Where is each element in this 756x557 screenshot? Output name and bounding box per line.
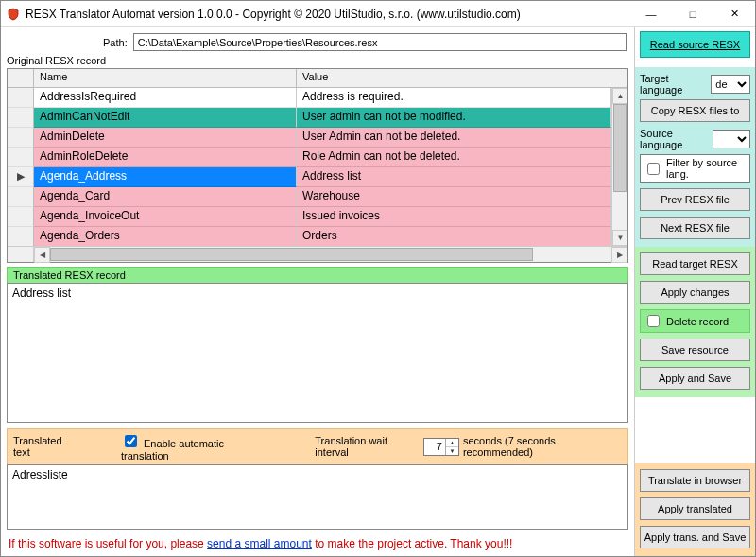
interval-suffix: seconds (7 seconds recommended) bbox=[463, 435, 622, 458]
apply-changes-button[interactable]: Apply changes bbox=[640, 281, 750, 304]
read-source-button[interactable]: Read source RESX bbox=[640, 31, 750, 58]
maximize-button[interactable]: □ bbox=[672, 1, 713, 27]
cell-value[interactable]: Warehouse bbox=[297, 187, 611, 207]
table-row[interactable]: AdminCanNotEditUser admin can not be mod… bbox=[8, 108, 611, 128]
grid-corner bbox=[8, 69, 34, 87]
titlebar: RESX Translator Automat version 1.0.0.0 … bbox=[1, 1, 755, 27]
horizontal-scrollbar[interactable]: ◀ ▶ bbox=[8, 246, 627, 262]
grid: Name Value AddressIsRequiredAddress is r… bbox=[7, 68, 628, 263]
cell-name[interactable]: Agenda_Card bbox=[34, 187, 297, 207]
translated-text-label: Translated text bbox=[13, 435, 79, 458]
interval-label: Translation wait interval bbox=[315, 435, 420, 458]
source-lang-select[interactable] bbox=[713, 130, 750, 148]
cell-name[interactable]: AdminCanNotEdit bbox=[34, 108, 297, 128]
scroll-right-icon[interactable]: ▶ bbox=[611, 247, 627, 263]
table-row[interactable]: AdminDeleteUser Admin can not be deleted… bbox=[8, 128, 611, 148]
apply-trans-save-button[interactable]: Apply trans. and Save bbox=[640, 526, 750, 548]
cell-value[interactable]: Issued invoices bbox=[297, 207, 611, 227]
donate-link[interactable]: send a small amount bbox=[207, 537, 312, 550]
translated-text-box[interactable]: Adressliste bbox=[7, 464, 628, 530]
row-marker bbox=[8, 227, 34, 246]
table-row[interactable]: Agenda_InvoiceOutIssued invoices bbox=[8, 207, 611, 227]
enable-auto-translate[interactable]: Enable automatic translation bbox=[121, 432, 269, 461]
interval-input[interactable] bbox=[424, 439, 445, 455]
cell-name[interactable]: AddressIsRequired bbox=[34, 88, 297, 108]
path-row: Path: bbox=[1, 27, 634, 53]
row-marker bbox=[8, 148, 34, 167]
save-resource-button[interactable]: Save resource bbox=[640, 339, 750, 361]
table-row[interactable]: Agenda_CardWarehouse bbox=[8, 187, 611, 207]
scroll-down-icon[interactable]: ▼ bbox=[612, 230, 627, 246]
footer: If this software is useful for you, plea… bbox=[1, 533, 634, 556]
row-marker bbox=[8, 88, 34, 108]
original-record-label: Original RESX record bbox=[1, 53, 634, 68]
window-title: RESX Translator Automat version 1.0.0.0 … bbox=[26, 8, 630, 21]
delete-record-checkbox[interactable] bbox=[647, 315, 660, 327]
translated-record-label: Translated RESX record bbox=[7, 267, 628, 283]
path-input[interactable] bbox=[133, 33, 627, 51]
enable-auto-checkbox[interactable] bbox=[125, 435, 137, 447]
target-lang-select[interactable]: de bbox=[711, 75, 750, 94]
translate-in-browser-button[interactable]: Translate in browser bbox=[640, 469, 750, 492]
interval-up-icon[interactable]: ▲ bbox=[446, 439, 458, 447]
cell-value[interactable]: Address list bbox=[297, 167, 611, 187]
filter-by-source-lang[interactable]: Filter by source lang. bbox=[640, 154, 750, 183]
row-marker bbox=[8, 128, 34, 148]
path-label: Path: bbox=[9, 37, 128, 48]
col-header-name[interactable]: Name bbox=[34, 69, 297, 87]
source-lang-label: Source language bbox=[640, 128, 709, 150]
grid-header: Name Value bbox=[8, 69, 627, 88]
cell-name[interactable]: Agenda_Address bbox=[34, 167, 297, 187]
row-marker: ▶ bbox=[8, 167, 34, 187]
cell-name[interactable]: AdminDelete bbox=[34, 128, 297, 148]
prev-resx-button[interactable]: Prev RESX file bbox=[640, 188, 750, 211]
target-lang-label: Target language bbox=[640, 73, 707, 96]
minimize-button[interactable]: — bbox=[630, 1, 672, 27]
table-row[interactable]: AdminRoleDeleteRole Admin can not be del… bbox=[8, 148, 611, 167]
filter-checkbox[interactable] bbox=[647, 163, 660, 175]
copy-resx-button[interactable]: Copy RESX files to bbox=[640, 99, 750, 122]
row-marker bbox=[8, 207, 34, 227]
cell-value[interactable]: Address is required. bbox=[297, 88, 611, 108]
cell-name[interactable]: Agenda_InvoiceOut bbox=[34, 207, 297, 227]
cell-value[interactable]: User Admin can not be deleted. bbox=[297, 128, 611, 148]
interval-down-icon[interactable]: ▼ bbox=[446, 447, 458, 455]
translated-record-box[interactable]: Address list bbox=[7, 283, 628, 423]
cell-name[interactable]: Agenda_Orders bbox=[34, 227, 297, 246]
row-marker bbox=[8, 108, 34, 128]
row-marker bbox=[8, 187, 34, 207]
table-row[interactable]: ▶Agenda_AddressAddress list bbox=[8, 167, 611, 187]
app-icon bbox=[7, 8, 20, 21]
hscroll-thumb[interactable] bbox=[50, 248, 533, 261]
vertical-scrollbar[interactable]: ▲ ▼ bbox=[611, 88, 627, 246]
scroll-up-icon[interactable]: ▲ bbox=[612, 88, 627, 104]
delete-record-row[interactable]: Delete record bbox=[640, 309, 750, 333]
cell-value[interactable]: Role Admin can not be deleted. bbox=[297, 148, 611, 167]
next-resx-button[interactable]: Next RESX file bbox=[640, 217, 750, 239]
table-row[interactable]: AddressIsRequiredAddress is required. bbox=[8, 88, 611, 108]
apply-and-save-button[interactable]: Apply and Save bbox=[640, 367, 750, 390]
col-header-value[interactable]: Value bbox=[297, 69, 627, 87]
scroll-thumb[interactable] bbox=[613, 104, 627, 192]
scroll-left-icon[interactable]: ◀ bbox=[34, 247, 50, 263]
read-target-button[interactable]: Read target RESX bbox=[640, 252, 750, 275]
apply-translated-button[interactable]: Apply translated bbox=[640, 497, 750, 520]
interval-stepper[interactable]: ▲ ▼ bbox=[423, 438, 459, 456]
translated-text-bar: Translated text Enable automatic transla… bbox=[7, 428, 628, 464]
cell-name[interactable]: AdminRoleDelete bbox=[34, 148, 297, 167]
close-button[interactable]: ✕ bbox=[713, 1, 755, 27]
cell-value[interactable]: Orders bbox=[297, 227, 611, 246]
cell-value[interactable]: User admin can not be modified. bbox=[297, 108, 611, 128]
table-row[interactable]: Agenda_OrdersOrders bbox=[8, 227, 611, 246]
